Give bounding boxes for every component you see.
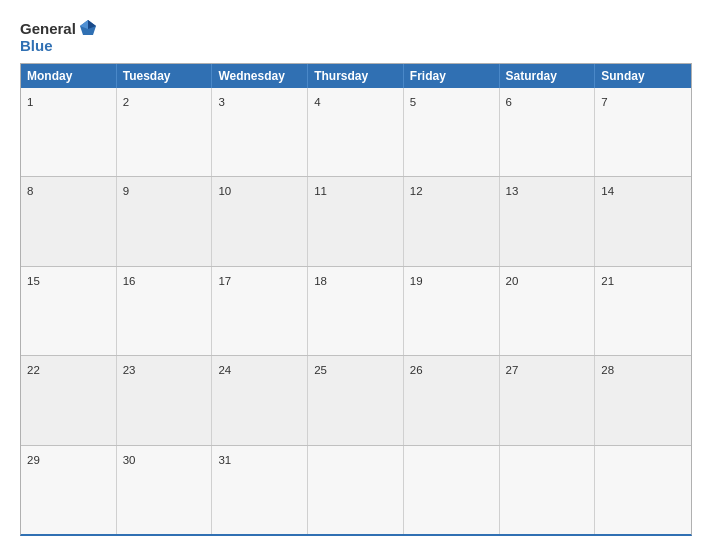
empty-cell [404, 446, 500, 534]
day-number: 16 [123, 275, 136, 287]
day-number: 26 [410, 364, 423, 376]
header-day-wednesday: Wednesday [212, 64, 308, 88]
day-cell-10: 10 [212, 177, 308, 265]
day-number: 15 [27, 275, 40, 287]
day-cell-7: 7 [595, 88, 691, 176]
calendar-page: General Blue MondayTuesdayWednesdayThurs… [0, 0, 712, 550]
day-number: 2 [123, 96, 129, 108]
day-number: 9 [123, 185, 129, 197]
day-number: 19 [410, 275, 423, 287]
day-cell-11: 11 [308, 177, 404, 265]
day-number: 10 [218, 185, 231, 197]
day-cell-8: 8 [21, 177, 117, 265]
day-cell-30: 30 [117, 446, 213, 534]
day-cell-5: 5 [404, 88, 500, 176]
logo-general-text: General [20, 21, 76, 36]
calendar-body: 1234567891011121314151617181920212223242… [21, 88, 691, 534]
day-cell-17: 17 [212, 267, 308, 355]
day-cell-1: 1 [21, 88, 117, 176]
day-cell-27: 27 [500, 356, 596, 444]
day-number: 20 [506, 275, 519, 287]
empty-cell [308, 446, 404, 534]
day-cell-24: 24 [212, 356, 308, 444]
header-day-thursday: Thursday [308, 64, 404, 88]
day-number: 17 [218, 275, 231, 287]
header-day-saturday: Saturday [500, 64, 596, 88]
day-number: 13 [506, 185, 519, 197]
day-number: 29 [27, 454, 40, 466]
day-cell-14: 14 [595, 177, 691, 265]
day-cell-23: 23 [117, 356, 213, 444]
header-day-sunday: Sunday [595, 64, 691, 88]
day-number: 12 [410, 185, 423, 197]
day-cell-6: 6 [500, 88, 596, 176]
calendar-week-1: 1234567 [21, 88, 691, 176]
logo-blue-text: Blue [20, 38, 53, 53]
calendar-grid: MondayTuesdayWednesdayThursdayFridaySatu… [20, 63, 692, 536]
day-number: 30 [123, 454, 136, 466]
day-cell-19: 19 [404, 267, 500, 355]
day-number: 31 [218, 454, 231, 466]
day-number: 24 [218, 364, 231, 376]
day-number: 25 [314, 364, 327, 376]
day-number: 4 [314, 96, 320, 108]
day-number: 5 [410, 96, 416, 108]
day-number: 7 [601, 96, 607, 108]
day-number: 22 [27, 364, 40, 376]
day-cell-13: 13 [500, 177, 596, 265]
day-cell-3: 3 [212, 88, 308, 176]
calendar-week-3: 15161718192021 [21, 266, 691, 355]
logo: General Blue [20, 18, 98, 53]
day-cell-4: 4 [308, 88, 404, 176]
day-number: 14 [601, 185, 614, 197]
day-cell-31: 31 [212, 446, 308, 534]
day-cell-21: 21 [595, 267, 691, 355]
day-number: 21 [601, 275, 614, 287]
header-day-monday: Monday [21, 64, 117, 88]
empty-cell [595, 446, 691, 534]
day-cell-18: 18 [308, 267, 404, 355]
empty-cell [500, 446, 596, 534]
header-day-tuesday: Tuesday [117, 64, 213, 88]
day-cell-28: 28 [595, 356, 691, 444]
day-number: 18 [314, 275, 327, 287]
day-cell-16: 16 [117, 267, 213, 355]
day-cell-26: 26 [404, 356, 500, 444]
calendar-week-5: 293031 [21, 445, 691, 534]
day-number: 11 [314, 185, 327, 197]
day-number: 3 [218, 96, 224, 108]
calendar-header: MondayTuesdayWednesdayThursdayFridaySatu… [21, 64, 691, 88]
day-cell-29: 29 [21, 446, 117, 534]
day-number: 23 [123, 364, 136, 376]
day-number: 1 [27, 96, 33, 108]
day-cell-12: 12 [404, 177, 500, 265]
day-cell-22: 22 [21, 356, 117, 444]
logo-flag-icon [78, 18, 98, 38]
page-header: General Blue [20, 18, 692, 53]
day-number: 8 [27, 185, 33, 197]
calendar-week-2: 891011121314 [21, 176, 691, 265]
calendar-week-4: 22232425262728 [21, 355, 691, 444]
day-cell-20: 20 [500, 267, 596, 355]
day-cell-25: 25 [308, 356, 404, 444]
header-day-friday: Friday [404, 64, 500, 88]
day-cell-2: 2 [117, 88, 213, 176]
day-number: 27 [506, 364, 519, 376]
day-number: 28 [601, 364, 614, 376]
day-number: 6 [506, 96, 512, 108]
day-cell-15: 15 [21, 267, 117, 355]
day-cell-9: 9 [117, 177, 213, 265]
